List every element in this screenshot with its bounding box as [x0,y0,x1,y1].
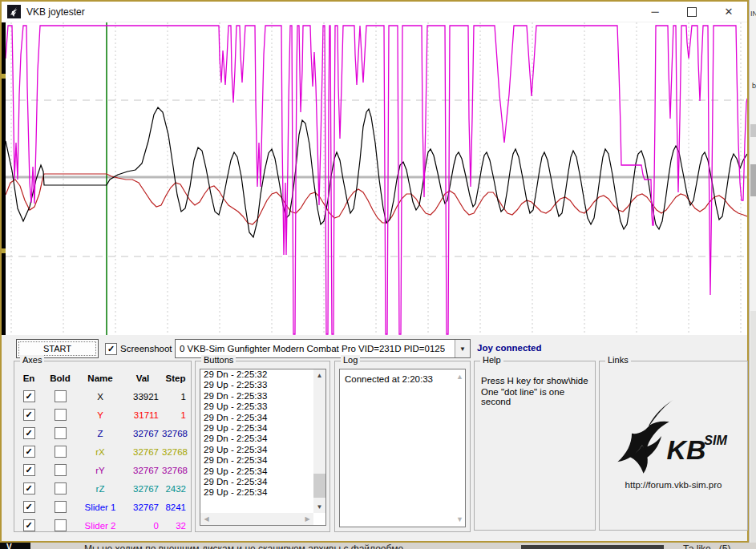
button-event-item[interactable]: 29 Up - 2:25:34 [200,423,325,434]
chevron-down-icon[interactable]: ▼ [455,340,470,357]
log-panel: Log Connected at 2:20:33 ▲ ▼ [334,361,471,532]
axis-value: 32767 [123,484,162,494]
axis-value: 32767 [123,503,162,512]
button-events-items: 29 Dn - 2:25:3229 Up - 2:25:3329 Dn - 2:… [200,369,325,499]
axis-graph [2,22,747,335]
axis-enable-checkbox[interactable]: ✓ [23,390,35,402]
log-list[interactable]: Connected at 2:20:33 ▲ ▼ [339,369,466,527]
axis-row: ✓rZ327672432 [14,479,191,498]
logo-sim-text: SIM [704,433,727,447]
background-app-icon: V [0,543,30,549]
background-text-fragment: Тэ like...(5) [683,543,730,549]
axis-value: 31711 [123,410,162,420]
vkb-bird-icon [9,6,19,17]
button-event-item[interactable]: 29 Up - 2:25:34 [200,487,325,498]
buttons-panel-label: Buttons [201,355,236,365]
minimize-button[interactable]: ─ [637,2,673,22]
background-text-fragment: b [752,82,756,90]
button-event-item[interactable]: 29 Up - 2:25:33 [200,380,325,390]
axis-name: Z [77,429,123,438]
vertical-scrollbar[interactable]: ▲ ▼ [313,369,325,513]
axis-bold-checkbox[interactable] [55,390,67,402]
axis-row: ✓Z3276732768 [14,424,191,442]
axis-value: 0 [123,521,162,531]
screenshot-label: Screenshoot [120,344,172,353]
horizontal-scrollbar[interactable]: ◀ ▶ [200,513,313,525]
scroll-left-icon[interactable]: ◀ [200,513,212,525]
axis-enable-checkbox[interactable]: ✓ [23,409,35,421]
button-event-item[interactable]: 29 Up - 2:25:34 [200,445,325,455]
axis-step: 1 [162,392,189,402]
axis-bold-checkbox[interactable] [55,427,67,439]
vkb-sim-logo: KB SIM [609,400,738,476]
log-panel-label: Log [341,355,360,365]
axis-enable-checkbox[interactable]: ✓ [23,446,35,458]
focus-rect [18,341,96,356]
scroll-down-icon[interactable]: ▼ [313,501,325,513]
axis-row: ✓Y317111 [14,406,191,424]
button-event-item[interactable]: 29 Dn - 2:25:34 [200,477,325,487]
button-event-item[interactable]: 29 Dn - 2:25:33 [200,391,325,402]
screenshot-checkbox[interactable]: ✓ [105,343,117,355]
button-event-item[interactable]: 29 Dn - 2:25:32 [200,369,325,380]
axis-step: 32768 [162,447,189,457]
forum-link[interactable]: http://forum.vkb-sim.pro [600,480,747,490]
graph-canvas [6,22,747,335]
links-panel: Links KB SIM http://forum.vkb-sim.pro [599,361,748,531]
axis-enable-checkbox[interactable]: ✓ [23,501,35,513]
axis-row: ✓Slider 1327678241 [14,498,191,516]
axis-name: rZ [77,484,123,494]
device-combobox-value: 0 VKB-Sim Gunfighter Modern Combat Pro V… [180,344,445,353]
scrollbar-thumb[interactable] [313,474,325,498]
axes-table-header: En Bold Name Val Step [14,369,191,387]
axis-enable-checkbox[interactable]: ✓ [23,464,35,476]
button-event-item[interactable]: 29 Dn - 2:25:34 [200,413,325,423]
axis-bold-checkbox[interactable] [55,464,67,476]
help-text-line: One "dot line" is one second [481,387,595,406]
axes-table-body: ✓X339211✓Y317111✓Z3276732768✓rX327673276… [14,387,191,535]
background-window-bottom: V Мы не ходим по внешним дискам и не ска… [0,543,756,549]
button-events-list[interactable]: 29 Dn - 2:25:3229 Up - 2:25:3329 Dn - 2:… [200,369,326,526]
axis-step: 8241 [162,503,189,512]
background-text: Мы не ходим по внешним дискам и не скани… [84,543,403,549]
scroll-up-icon[interactable]: ▲ [313,369,325,381]
axis-step: 32768 [162,466,189,475]
axes-panel-label: Axes [20,355,44,365]
axis-step: 32768 [162,429,189,438]
scroll-down-icon[interactable]: ▼ [456,515,463,523]
logo-kb-text: KB [667,434,706,465]
button-event-item[interactable]: 29 Dn - 2:25:34 [200,455,325,466]
axis-value: 33921 [123,392,162,402]
help-text-line: Press H key for show\hide [481,376,595,386]
button-event-item[interactable]: 29 Dn - 2:25:34 [200,434,325,444]
background-band [750,164,756,196]
axis-enable-checkbox[interactable]: ✓ [23,519,35,531]
help-panel: Help Press H key for show\hide One "dot … [474,361,596,531]
axis-bold-checkbox[interactable] [55,519,67,531]
axis-enable-checkbox[interactable]: ✓ [23,427,35,439]
axis-bold-checkbox[interactable] [55,501,67,513]
axes-panel: Axes En Bold Name Val Step ✓X339211✓Y317… [14,361,192,532]
button-event-item[interactable]: 29 Up - 2:25:33 [200,402,325,412]
axis-name: rX [77,447,123,457]
window-title: VKB joytester [26,6,85,18]
axis-bold-checkbox[interactable] [55,482,67,495]
title-bar: VKB joytester ─ ✕ [2,2,747,22]
log-entry: Connected at 2:20:33 [340,369,465,384]
connection-status: Joy connected [477,343,542,353]
scroll-right-icon[interactable]: ▶ [301,513,313,525]
axis-name: Slider 2 [77,521,123,531]
close-button[interactable]: ✕ [710,2,747,22]
axis-name: X [77,392,123,402]
button-event-item[interactable]: 29 Up - 2:25:34 [200,466,325,477]
axis-step: 1 [162,410,189,420]
axis-bold-checkbox[interactable] [55,446,67,458]
axis-row: ✓rY3276732768 [14,461,191,479]
axis-enable-checkbox[interactable]: ✓ [23,482,35,495]
maximize-button[interactable] [673,2,710,22]
maximize-icon [687,7,697,17]
scroll-up-icon[interactable]: ▲ [456,373,463,381]
background-band [750,311,756,549]
background-band [750,124,756,137]
axis-bold-checkbox[interactable] [55,409,67,421]
